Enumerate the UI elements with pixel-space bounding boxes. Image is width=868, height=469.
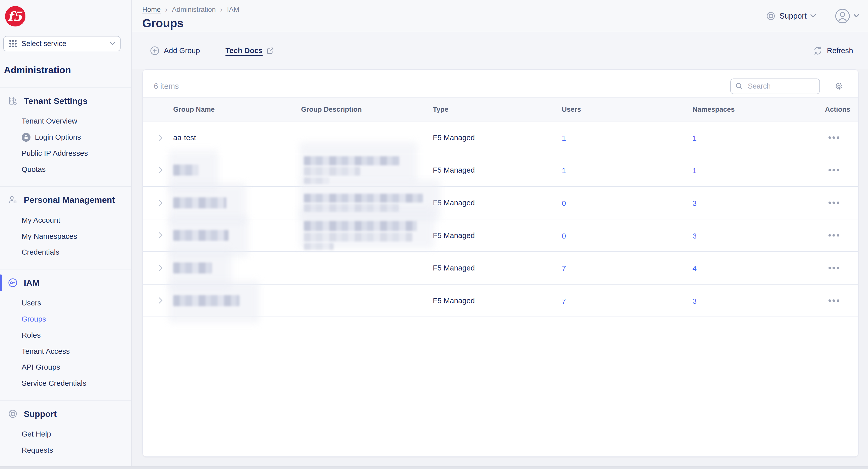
select-service-dropdown[interactable]: Select service	[3, 36, 121, 52]
sidebar-item-login-options[interactable]: Login Options	[0, 129, 131, 145]
add-group-button[interactable]: Add Group	[150, 46, 200, 55]
chevron-down-icon	[110, 42, 115, 45]
column-header-group-description: Group Description	[301, 105, 433, 113]
breadcrumb-item-administration[interactable]: Administration	[172, 5, 216, 13]
sidebar-section-header-iam[interactable]: IAM	[0, 276, 131, 290]
redacted-text-block	[173, 165, 198, 176]
redacted-description-lines	[304, 221, 417, 249]
namespaces-count-link[interactable]: 3	[692, 199, 697, 207]
group-type-cell: F5 Managed	[433, 264, 562, 272]
sidebar-item-quotas[interactable]: Quotas	[0, 161, 131, 177]
sidebar-section-items: My AccountMy NamespacesCredentials	[0, 212, 131, 260]
redacted-group-name	[173, 230, 301, 241]
sidebar-item-api-groups[interactable]: API Groups	[0, 359, 131, 375]
users-count-link[interactable]: 7	[562, 297, 566, 305]
table-row: F5 Managed11	[143, 154, 858, 187]
namespaces-count-link[interactable]: 1	[692, 166, 697, 175]
grid-icon	[9, 39, 17, 48]
redacted-text-block	[173, 230, 228, 241]
sidebar-item-service-credentials[interactable]: Service Credentials	[0, 375, 131, 391]
namespaces-count-link[interactable]: 3	[692, 232, 697, 240]
sidebar-section-personal-management: Personal ManagementMy AccountMy Namespac…	[0, 186, 131, 269]
search-input[interactable]	[747, 81, 815, 91]
content-area: 6 items	[132, 69, 868, 469]
account-menu[interactable]	[835, 8, 859, 24]
namespaces-count-link[interactable]: 4	[692, 264, 697, 272]
refresh-icon	[813, 46, 823, 55]
group-name-text: aa-test	[173, 133, 196, 142]
sidebar-item-label: Tenant Access	[22, 347, 70, 356]
sidebar-item-requests[interactable]: Requests	[0, 442, 131, 458]
group-type-cell: F5 Managed	[433, 166, 562, 174]
ellipsis-dot	[829, 169, 831, 171]
users-count-link[interactable]: 1	[562, 166, 566, 175]
users-count-cell: 0	[562, 231, 692, 240]
sidebar-section-items: UsersGroupsRolesTenant AccessAPI GroupsS…	[0, 295, 131, 392]
sidebar-item-credentials[interactable]: Credentials	[0, 244, 131, 260]
breadcrumb: Home›Administration›IAM	[142, 5, 868, 13]
ellipsis-icon[interactable]	[829, 169, 858, 171]
users-count-link[interactable]: 0	[562, 199, 566, 207]
ellipsis-icon[interactable]	[829, 234, 858, 237]
chevron-right-icon	[158, 200, 163, 206]
table-row: F5 Managed03	[143, 220, 858, 252]
sidebar-item-get-help[interactable]: Get Help	[0, 426, 131, 442]
page-header: Home›Administration›IAM Groups Support	[132, 0, 868, 32]
users-count-cell: 0	[562, 198, 692, 208]
ellipsis-dot	[837, 267, 839, 269]
app-root: f5 Select service Administration Tenant …	[0, 0, 868, 469]
tenant-settings-icon	[8, 96, 18, 106]
ellipsis-icon[interactable]	[829, 202, 858, 204]
table-controls: 6 items	[143, 70, 858, 97]
sidebar-item-public-ip-addresses[interactable]: Public IP Addresses	[0, 145, 131, 161]
redacted-group-description	[304, 221, 433, 249]
ellipsis-dot	[837, 136, 839, 139]
users-count-link[interactable]: 7	[562, 264, 566, 272]
ellipsis-dot	[829, 136, 831, 139]
namespaces-count-cell: 1	[692, 133, 809, 143]
redacted-group-description	[304, 194, 433, 212]
f5-logo: f5	[5, 6, 25, 26]
table-row: F5 Managed03	[143, 187, 858, 220]
sidebar-item-my-namespaces[interactable]: My Namespaces	[0, 228, 131, 244]
bottom-scroll-strip[interactable]	[0, 466, 868, 469]
sidebar-section-tenant-settings: Tenant SettingsTenant OverviewLogin Opti…	[0, 87, 131, 186]
users-count-link[interactable]: 0	[562, 232, 566, 240]
namespaces-count-link[interactable]: 3	[692, 297, 697, 305]
sidebar-item-label: Tenant Overview	[22, 117, 77, 125]
ellipsis-dot	[837, 202, 839, 204]
sidebar-section-header-personal-management[interactable]: Personal Management	[0, 193, 131, 207]
sidebar-item-my-account[interactable]: My Account	[0, 212, 131, 228]
redacted-group-name	[173, 262, 301, 273]
breadcrumb-item-home[interactable]: Home	[142, 5, 161, 13]
items-count: 6 items	[154, 82, 179, 91]
row-expander[interactable]	[143, 134, 173, 141]
ellipsis-icon[interactable]	[829, 299, 858, 302]
support-menu[interactable]: Support	[766, 11, 816, 21]
ellipsis-dot	[833, 169, 835, 171]
namespaces-count-link[interactable]: 1	[692, 134, 697, 142]
sidebar-item-tenant-overview[interactable]: Tenant Overview	[0, 113, 131, 129]
refresh-button[interactable]: Refresh	[813, 46, 853, 55]
users-count-link[interactable]: 1	[562, 134, 566, 142]
sidebar-section-header-tenant-settings[interactable]: Tenant Settings	[0, 94, 131, 108]
column-header-users: Users	[562, 105, 692, 113]
namespaces-count-cell: 1	[692, 165, 809, 175]
sidebar-section-items: Tenant OverviewLogin OptionsPublic IP Ad…	[0, 113, 131, 177]
tech-docs-link[interactable]: Tech Docs	[225, 46, 274, 55]
ellipsis-icon[interactable]	[829, 267, 858, 269]
group-type-cell: F5 Managed	[433, 199, 562, 207]
redacted-text-block	[304, 156, 400, 165]
sidebar-item-tenant-access[interactable]: Tenant Access	[0, 343, 131, 359]
table-settings-gear-icon[interactable]	[834, 81, 844, 91]
table-row: F5 Managed73	[143, 284, 858, 317]
chevron-right-icon	[158, 265, 163, 271]
sidebar-item-roles[interactable]: Roles	[0, 327, 131, 343]
redacted-text-block	[173, 262, 212, 273]
sidebar-item-users[interactable]: Users	[0, 295, 131, 311]
sidebar-section-header-support[interactable]: Support	[0, 407, 131, 421]
sidebar-item-groups[interactable]: Groups	[0, 311, 131, 327]
ellipsis-dot	[833, 136, 835, 139]
ellipsis-dot	[833, 267, 835, 269]
ellipsis-icon[interactable]	[829, 136, 858, 139]
